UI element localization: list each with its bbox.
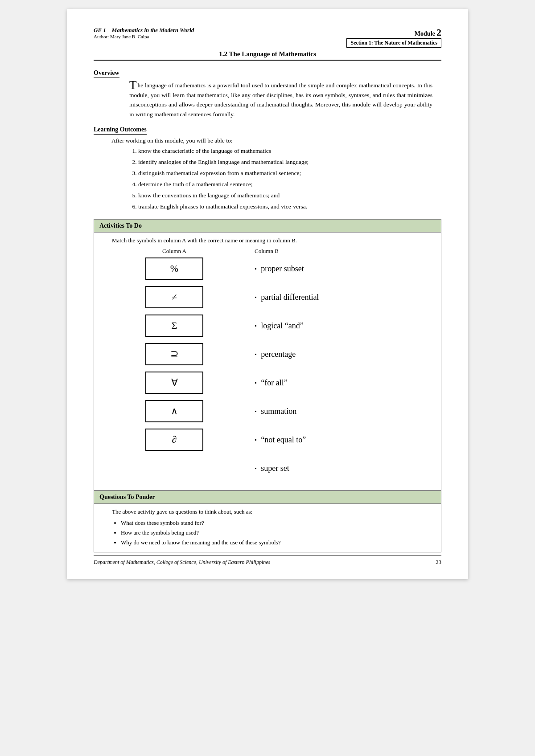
section-box: Section 1: The Nature of Mathematics — [346, 38, 441, 48]
column-b: Column B proper subset partial different… — [228, 248, 432, 486]
symbol-box-1: % — [145, 257, 203, 280]
meaning-item-1: proper subset — [255, 257, 432, 280]
activities-box: Activities To Do Match the symbols in co… — [94, 219, 441, 490]
question-item-2: How are the symbols being used? — [121, 528, 432, 538]
page: GE 1 – Mathematics in the Modern World A… — [67, 9, 468, 579]
header-left: GE 1 – Mathematics in the Modern World A… — [94, 27, 194, 39]
meaning-item-5: “for all” — [255, 372, 432, 394]
questions-intro: The above activity gave us questions to … — [112, 508, 432, 515]
header: GE 1 – Mathematics in the Modern World A… — [94, 27, 441, 48]
footer-text: Department of Mathematics, College of Sc… — [94, 559, 270, 566]
learning-outcomes-heading: Learning Outcomes — [94, 126, 147, 135]
list-item: know the characteristic of the language … — [138, 146, 441, 156]
meaning-item-2: partial differential — [255, 286, 432, 308]
footer-page-number: 23 — [436, 559, 441, 566]
columns-container: Column A % ≠ Σ ⊇ ∀ — [112, 248, 432, 486]
symbol-box-3: Σ — [145, 315, 203, 337]
course-title: GE 1 – Mathematics in the Modern World — [94, 27, 194, 34]
column-a: Column A % ≠ Σ ⊇ ∀ — [112, 248, 228, 486]
module-label: Module 2 — [346, 27, 441, 38]
symbol-box-5: ∀ — [145, 372, 203, 394]
list-item: determine the truth of a mathematical se… — [138, 180, 441, 190]
column-b-header: Column B — [255, 248, 432, 255]
outcomes-intro: After working on this module, you will b… — [111, 137, 441, 144]
overview-heading: Overview — [94, 69, 119, 78]
question-item-3: Why do we need to know the meaning and t… — [121, 538, 432, 548]
list-item: know the conventions in the language of … — [138, 191, 441, 201]
meaning-item-3: logical “and” — [255, 315, 432, 337]
symbol-box-6: ∧ — [145, 400, 203, 422]
list-item: identify analogies of the English langua… — [138, 157, 441, 168]
list-item: distinguish mathematical expression from… — [138, 168, 441, 179]
symbol-box-2: ≠ — [145, 286, 203, 308]
symbol-box-7: ∂ — [145, 429, 203, 451]
overview-text: The language of mathematics is a powerfu… — [129, 81, 432, 119]
questions-header: Questions To Ponder — [94, 491, 441, 504]
meaning-item-4: percentage — [255, 343, 432, 365]
meaning-item-6: summation — [255, 400, 432, 422]
meaning-item-8: super set — [255, 457, 432, 479]
module-number: 2 — [436, 27, 441, 38]
header-right: Module 2 Section 1: The Nature of Mathem… — [346, 27, 441, 48]
list-item: translate English phrases to mathematica… — [138, 202, 441, 212]
drop-cap: T — [129, 81, 137, 90]
footer: Department of Mathematics, College of Sc… — [94, 556, 441, 566]
symbol-box-4: ⊇ — [145, 343, 203, 365]
activities-content: Match the symbols in column A with the c… — [94, 233, 441, 490]
meaning-item-7: “not equal to” — [255, 429, 432, 451]
questions-list: What does these symbols stand for? How a… — [121, 518, 432, 548]
outcomes-list: know the characteristic of the language … — [138, 146, 441, 212]
questions-box: Questions To Ponder The above activity g… — [94, 490, 441, 552]
author: Author: Mary Jane B. Calpa — [94, 34, 194, 39]
activities-header: Activities To Do — [94, 220, 441, 233]
activity-instruction: Match the symbols in column A with the c… — [112, 237, 432, 244]
page-title: 1.2 The Language of Mathematics — [94, 50, 441, 61]
questions-content: The above activity gave us questions to … — [94, 504, 441, 552]
question-item-1: What does these symbols stand for? — [121, 518, 432, 528]
column-a-header: Column A — [121, 248, 228, 255]
